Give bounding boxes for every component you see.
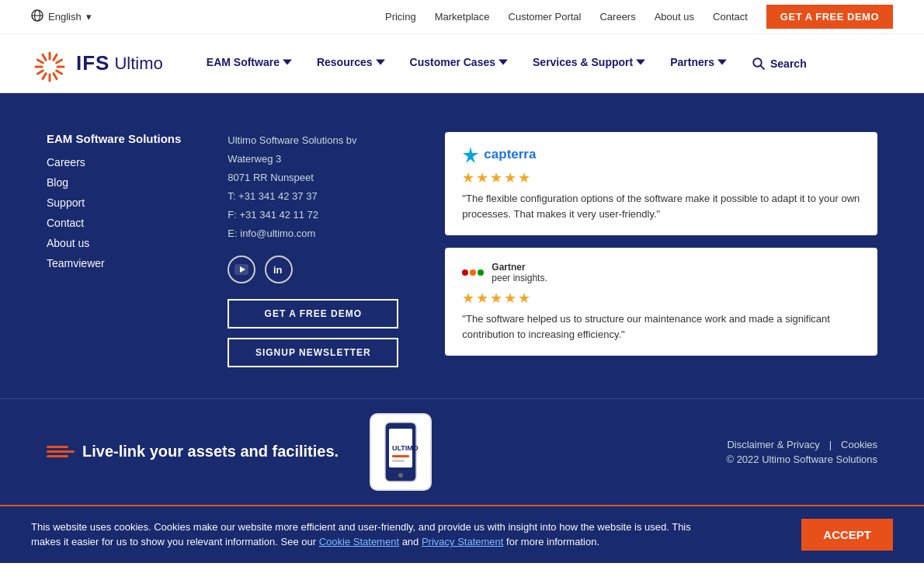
svg-line-13 <box>37 60 43 63</box>
gartner-stars: ★★★★★ <box>462 290 860 307</box>
bottom-band: Live-link your assets and facilities. UL… <box>0 398 924 505</box>
capterra-stars: ★★★★★ <box>462 169 860 186</box>
svg-line-14 <box>43 54 46 60</box>
footer-buttons: GET A FREE DEMO SIGNUP NEWSLETTER <box>228 299 398 367</box>
cookie-text-post: for more information. <box>503 536 599 547</box>
gartner-dots-icon <box>462 269 484 276</box>
youtube-icon <box>234 264 248 275</box>
svg-marker-20 <box>463 147 478 163</box>
fax-number: F: +31 341 42 11 72 <box>228 207 398 224</box>
svg-line-4 <box>54 54 57 60</box>
footer-link-support[interactable]: Support <box>47 196 181 209</box>
footer-address-block: Ultimo Software Solutions bv Waterweg 3 … <box>228 132 398 367</box>
gartner-review-text: "The software helped us to structure our… <box>462 311 860 342</box>
nav-eam-software[interactable]: EAM Software <box>194 34 304 93</box>
chevron-down-icon <box>283 57 292 67</box>
svg-rect-24 <box>392 455 409 457</box>
svg-line-8 <box>54 73 57 78</box>
ifs-ultimo-logo-icon <box>31 45 68 82</box>
cookie-text: This website uses cookies. Cookies make … <box>31 520 699 550</box>
globe-icon <box>31 9 43 24</box>
capterra-logo-icon <box>462 146 479 163</box>
nav-search[interactable]: Search <box>739 57 819 71</box>
gartner-review-card: Gartnerpeer insights. ★★★★★ "The softwar… <box>445 248 877 356</box>
privacy-statement-link[interactable]: Privacy Statement <box>422 536 504 547</box>
careers-link[interactable]: Careers <box>599 11 635 23</box>
chevron-down-icon <box>717 57 727 67</box>
review-cards: capterra ★★★★★ "The flexible configurati… <box>445 132 877 356</box>
nav-resources[interactable]: Resources <box>304 34 398 93</box>
footer-section: EAM Software Solutions Careers Blog Supp… <box>0 93 924 398</box>
logo-link[interactable]: IFS Ultimo <box>31 45 163 82</box>
footer-link-eam[interactable]: EAM Software Solutions <box>47 132 181 145</box>
about-us-link[interactable]: About us <box>655 11 694 23</box>
svg-point-26 <box>398 473 403 478</box>
top-nav-links: Pricing Marketplace Customer Portal Care… <box>385 5 893 29</box>
svg-text:in: in <box>273 264 283 276</box>
nav-customer-cases[interactable]: Customer Cases <box>398 34 521 93</box>
street-address: Waterweg 3 <box>228 151 398 168</box>
city-address: 8071 RR Nunspeet <box>228 169 398 186</box>
footer-link-teamviewer[interactable]: Teamviewer <box>47 257 181 269</box>
main-navigation: IFS Ultimo EAM Software Resources Custom… <box>0 34 924 93</box>
copyright-text: © 2022 Ultimo Software Solutions <box>726 454 877 465</box>
logo-ifs: IFS <box>76 51 109 75</box>
svg-line-16 <box>761 65 765 69</box>
language-selector[interactable]: English ▾ <box>31 9 92 24</box>
cookie-statement-link[interactable]: Cookie Statement <box>319 536 399 547</box>
customer-portal-link[interactable]: Customer Portal <box>509 11 582 23</box>
language-label: English <box>48 11 82 23</box>
footer-link-blog[interactable]: Blog <box>47 176 181 189</box>
contact-link[interactable]: Contact <box>713 11 748 23</box>
svg-rect-25 <box>392 460 405 462</box>
logo-ultimo: Ultimo <box>114 54 162 74</box>
chevron-down-icon <box>636 57 645 67</box>
lines-icon <box>47 446 75 457</box>
footer-link-contact[interactable]: Contact <box>47 217 181 229</box>
chevron-down-icon <box>376 57 385 67</box>
capterra-review-card: capterra ★★★★★ "The flexible configurati… <box>445 132 877 235</box>
chevron-down-icon: ▾ <box>86 11 92 23</box>
cookie-accept-button[interactable]: ACCEPT <box>801 519 893 551</box>
linkedin-link[interactable]: in <box>265 255 293 283</box>
mobile-app-icon: ULTIMO <box>381 421 420 483</box>
disclaimer-privacy-link[interactable]: Disclaimer & Privacy <box>727 439 819 450</box>
svg-line-5 <box>57 60 62 63</box>
gartner-text: Gartnerpeer insights. <box>492 262 547 283</box>
bottom-right-links: Disclaimer & Privacy | Cookies © 2022 Ul… <box>726 439 877 465</box>
marketplace-link[interactable]: Marketplace <box>435 11 490 23</box>
company-name: Ultimo Software Solutions bv <box>228 132 398 149</box>
capterra-logo: capterra <box>462 146 860 163</box>
nav-services-support[interactable]: Services & Support <box>520 34 658 93</box>
svg-line-11 <box>37 71 43 74</box>
svg-point-15 <box>753 58 762 67</box>
nav-partners[interactable]: Partners <box>658 34 739 93</box>
bottom-tagline-area: Live-link your assets and facilities. UL… <box>47 413 432 491</box>
cookie-banner: This website uses cookies. Cookies make … <box>0 505 924 563</box>
gartner-logo: Gartnerpeer insights. <box>462 262 860 283</box>
chevron-down-icon <box>498 57 508 67</box>
phone-image: ULTIMO <box>370 413 432 491</box>
get-free-demo-top-button[interactable]: GET A FREE DEMO <box>766 5 893 29</box>
svg-text:ULTIMO: ULTIMO <box>392 444 419 452</box>
phone-number: T: +31 341 42 37 37 <box>228 188 398 205</box>
pricing-link[interactable]: Pricing <box>385 11 416 23</box>
social-links: in <box>228 255 398 283</box>
footer-link-careers[interactable]: Careers <box>47 156 181 169</box>
footer-links: EAM Software Solutions Careers Blog Supp… <box>47 132 181 269</box>
footer-demo-button[interactable]: GET A FREE DEMO <box>228 299 398 328</box>
logo-text: IFS Ultimo <box>76 51 163 75</box>
youtube-link[interactable] <box>228 255 255 283</box>
nav-items: EAM Software Resources Customer Cases Se… <box>194 34 893 93</box>
linkedin-icon: in <box>273 263 285 276</box>
search-icon <box>752 57 766 71</box>
capterra-text: capterra <box>484 147 536 162</box>
cookie-text-mid: and <box>399 536 422 547</box>
footer-newsletter-button[interactable]: SIGNUP NEWSLETTER <box>228 338 398 367</box>
separator: | <box>829 439 832 450</box>
svg-line-10 <box>43 73 46 78</box>
footer-link-about[interactable]: About us <box>47 237 181 249</box>
email-address: E: info@ultimo.com <box>228 225 398 242</box>
svg-line-7 <box>57 71 62 74</box>
cookies-link[interactable]: Cookies <box>841 439 877 450</box>
